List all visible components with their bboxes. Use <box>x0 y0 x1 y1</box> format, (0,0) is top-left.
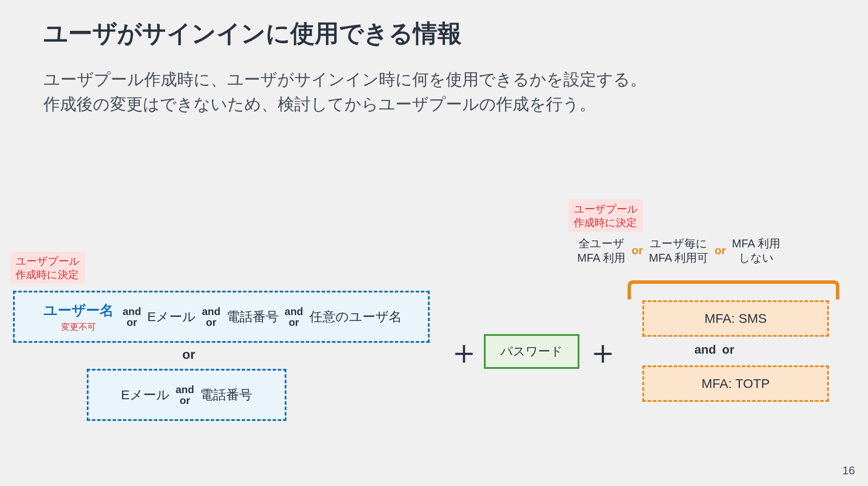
identifier-username: ユーザー名 変更不可 <box>41 301 116 333</box>
and-or-2: andor <box>202 306 220 328</box>
mfa-opt-all: 全ユーザMFA 利用 <box>577 236 625 265</box>
identifier-email-2: Eメール <box>121 386 170 404</box>
identifier-rows-or: or <box>182 347 195 362</box>
note-userpool-left: ユーザプール作成時に決定 <box>10 252 85 284</box>
and-or-3: andor <box>285 306 303 328</box>
note-userpool-right: ユーザプール作成時に決定 <box>569 200 643 232</box>
password-box: パスワード <box>484 334 579 369</box>
identifier-email-1: Eメール <box>147 308 196 326</box>
mfa-sms-box: MFA: SMS <box>642 300 829 337</box>
mfa-or-1: or <box>631 244 643 257</box>
page-description: ユーザプール作成時に、ユーザがサインイン時に何を使用できるかを設定する。作成後の… <box>43 67 647 117</box>
plus-icon-1: ＋ <box>447 335 481 369</box>
identifier-phone-1: 電話番号 <box>227 308 279 326</box>
mfa-opt-none: MFA 利用しない <box>732 236 780 265</box>
username-label: ユーザー名 <box>43 301 114 320</box>
identifier-alias: 任意のユーザ名 <box>309 308 402 326</box>
identifier-row-2: Eメール andor 電話番号 <box>87 369 286 421</box>
and-or-1: andor <box>122 306 141 328</box>
page-number: 16 <box>842 464 855 477</box>
identifier-phone-2: 電話番号 <box>200 386 252 404</box>
username-immutable: 変更不可 <box>43 321 114 333</box>
page-title: ユーザがサインインに使用できる情報 <box>43 17 462 50</box>
mfa-or-2: or <box>715 244 726 257</box>
plus-icon-2: ＋ <box>586 335 620 369</box>
identifier-row-1: ユーザー名 変更不可 andor Eメール andor 電話番号 andor 任… <box>13 291 430 343</box>
mfa-bracket <box>625 278 842 299</box>
and-or-4: andor <box>176 384 194 406</box>
mfa-opt-per: ユーザ毎にMFA 利用可 <box>649 236 708 265</box>
mfa-and-or: andor <box>694 343 734 357</box>
mfa-totp-box: MFA: TOTP <box>642 365 829 402</box>
mfa-policy-options: 全ユーザMFA 利用 or ユーザ毎にMFA 利用可 or MFA 利用しない <box>577 236 780 265</box>
